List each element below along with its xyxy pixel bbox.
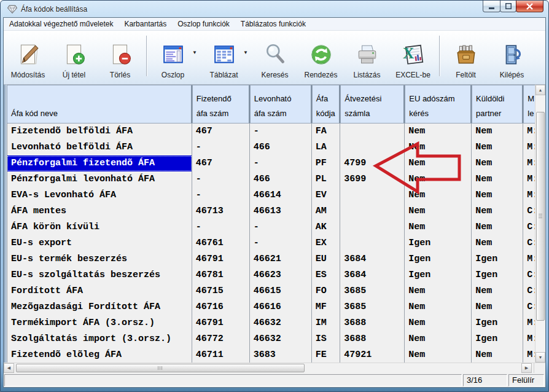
record-position-indicator: 3/16 [463, 374, 507, 386]
table-cell: 46761 [192, 235, 250, 251]
table-row[interactable]: Pénzforgalmi levonható ÁFA-466PL3699NemN… [7, 171, 545, 187]
table-cell: - [192, 139, 250, 155]
table-cell: Igen [405, 267, 472, 283]
table-cell: 3699 [340, 171, 405, 187]
table-cell: FA [312, 123, 341, 139]
column-view-icon [162, 42, 185, 68]
table-row[interactable]: Fizetendõ belföldi ÁFA467-FANemNemM: [7, 123, 545, 139]
table-cell: EVA-s Levonható ÁFA [7, 187, 192, 203]
table-cell: 46632 [250, 331, 312, 347]
maximize-button[interactable] [500, 1, 516, 12]
column-header-2[interactable]: Levonhatóáfa szám [250, 85, 312, 123]
minimize-button[interactable] [483, 1, 500, 12]
column-header-3[interactable]: Áfakódja [312, 85, 341, 123]
scroll-down-button[interactable]: ▼ [535, 352, 545, 363]
column-header-0[interactable]: Áfa kód neve [7, 85, 192, 123]
table-row[interactable]: Fizetendõ elõleg ÁFA467113683FE47921NemN… [7, 347, 545, 363]
table-cell: Igen [472, 315, 523, 331]
table-cell: 46713 [192, 203, 250, 219]
table-cell [340, 219, 405, 235]
feltolt-button[interactable]: Feltölt [443, 34, 489, 80]
menu-bar: Adatokkal végezhető műveletek Karbantart… [4, 18, 545, 31]
listazas-button[interactable]: Listázás [344, 34, 390, 80]
table-cell: 46614 [250, 187, 312, 203]
rendezes-button[interactable]: Rendezés [298, 34, 344, 80]
table-cell: Nem [405, 315, 472, 331]
column-header-5[interactable]: EU adószámkérés [405, 85, 472, 123]
table-row[interactable]: EU-s termék beszerzés4679146621EU3684Ige… [7, 251, 545, 267]
torles-button[interactable]: Törlés [97, 34, 143, 80]
scroll-right-button[interactable]: ▶ [521, 363, 532, 373]
edit-mode-indicator: Felülír [508, 374, 544, 386]
column-header-1[interactable]: Fizetendőáfa szám [192, 85, 250, 123]
table-cell: Termékimport ÁFA (3.orsz.) [7, 315, 192, 331]
table-cell: 46791 [192, 315, 250, 331]
close-button[interactable] [516, 1, 543, 12]
table-cell: Igen [472, 267, 523, 283]
table-row[interactable]: Levonható belföldi ÁFA-466LANemNemM: [7, 139, 545, 155]
table-cell: IM [312, 315, 341, 331]
uj-tetel-button[interactable]: Új tétel [51, 34, 97, 80]
table-cell: EU-s export [7, 235, 192, 251]
table-cell: EX [312, 235, 341, 251]
table-cell: 3685 [340, 299, 405, 315]
window-title: Áfa kódok beállítása [21, 5, 87, 14]
column-header-line: Levonható [254, 92, 310, 106]
scroll-left-button[interactable]: ◀ [4, 363, 14, 373]
table-cell: Nem [472, 299, 523, 315]
kilepes-button[interactable]: Kilépés [489, 34, 535, 80]
table-cell: Fordított ÁFA [7, 283, 192, 299]
tablazat-button[interactable]: Táblázat [201, 34, 247, 80]
vertical-scroll-thumb[interactable] [536, 112, 545, 321]
table-cell: IS [312, 331, 341, 347]
modositas-button[interactable]: Módosítás [5, 34, 51, 80]
kereses-button[interactable]: Keresés [252, 34, 298, 80]
horizontal-scroll-thumb[interactable] [16, 364, 305, 372]
table-cell: Nem [405, 155, 472, 171]
column-header-6[interactable]: Küldöldipartner [472, 85, 523, 123]
table-cell: Nem [472, 347, 523, 363]
table-cell: ÁFA körön kívüli [7, 219, 192, 235]
oszlop-button[interactable]: Oszlop [150, 34, 196, 80]
tablazat-dropdown-caret[interactable]: ▼ [243, 34, 251, 71]
table-row[interactable]: ÁFA mentes4671346613AMNemNemC: [7, 203, 545, 219]
table-body: Fizetendõ belföldi ÁFA467-FANemNemM:Levo… [7, 123, 545, 363]
vat-codes-table: Áfa kód neveFizetendőáfa számLevonhatóáf… [4, 85, 545, 363]
table-row[interactable]: Pénzforgalmi fizetendõ ÁFA467-PF4799NemN… [7, 155, 545, 171]
table-row[interactable]: ÁFA körön kívüli--AKNemNemC: [7, 219, 545, 235]
table-cell: LA [312, 139, 341, 155]
toolbar-button-label: Kilépés [500, 71, 524, 79]
table-row[interactable]: Mezõgazdasági Fordított ÁFA4671646616MF3… [7, 299, 545, 315]
menu-item-adatokkal-muveletek[interactable]: Adatokkal végezhető műveletek [4, 18, 119, 30]
table-cell: 3688 [340, 315, 405, 331]
toolbar-button-label: Oszlop [162, 71, 184, 79]
column-header-4[interactable]: Átvezetésiszámla [340, 85, 405, 123]
table-cell: 3685 [340, 283, 405, 299]
horizontal-scroll-track[interactable] [14, 363, 521, 373]
toolbar-button-label: Táblázat [209, 71, 238, 79]
vertical-scrollbar[interactable]: ▲ ▼ [535, 85, 545, 363]
table-cell: EU [312, 251, 341, 267]
oszlop-dropdown-caret[interactable]: ▼ [192, 34, 200, 71]
column-header-line: Átvezetési [345, 92, 402, 106]
menu-item-oszlop-funkciok[interactable]: Oszlop funkciók [172, 18, 235, 30]
table-row[interactable]: Fordított ÁFA4671546615FO3685NemNemC: [7, 283, 545, 299]
status-message-panel [4, 374, 462, 386]
table-cell: 46711 [192, 347, 250, 363]
table-row[interactable]: EVA-s Levonható ÁFA-46614EVNemNemM: [7, 187, 545, 203]
menu-item-tablazatos-funkciok[interactable]: Táblázatos funkciók [235, 18, 311, 30]
horizontal-scrollbar[interactable]: ◀ ▶ [4, 363, 545, 373]
triangle-up-icon: ▲ [539, 88, 543, 92]
excel-be-button[interactable]: X EXCEL-be [390, 34, 436, 80]
table-row[interactable]: EU-s szolgáltatás beszerzés4678146623ES3… [7, 267, 545, 283]
menu-item-karbantartas[interactable]: Karbantartás [119, 18, 172, 30]
table-cell: Nem [472, 171, 523, 187]
table-row[interactable]: Szolgáltatás import (3.orsz.)4677246632I… [7, 331, 545, 347]
table-cell: 46781 [192, 267, 250, 283]
table-row[interactable]: EU-s export46761-EXIgenNemC: [7, 235, 545, 251]
table-row[interactable]: Termékimport ÁFA (3.orsz.)4679146632IM36… [7, 315, 545, 331]
table-cell: - [192, 187, 250, 203]
toolbar-button-label: Rendezés [304, 71, 337, 79]
title-bar[interactable]: Áfa kódok beállítása [3, 1, 546, 17]
scroll-up-button[interactable]: ▲ [535, 85, 545, 95]
